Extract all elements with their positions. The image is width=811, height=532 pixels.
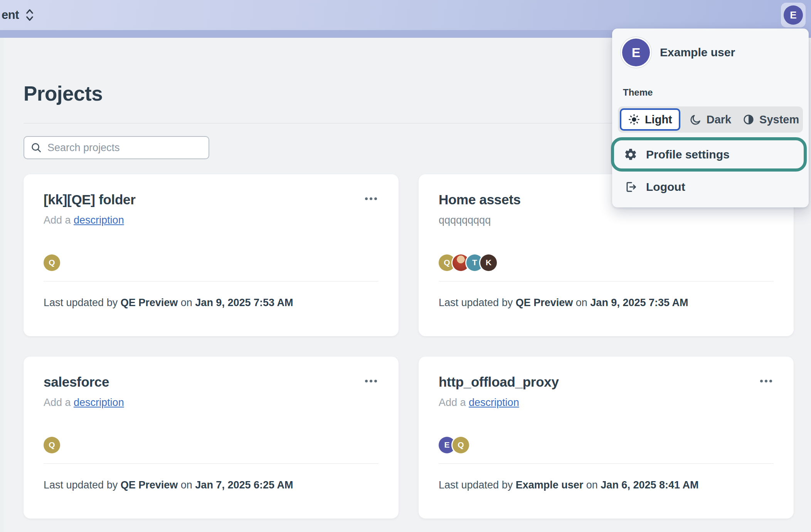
menu-item-label: Profile settings: [646, 148, 730, 161]
updated-by-user: QE Preview: [121, 297, 178, 308]
project-card[interactable]: http_offload_proxy Add a description E Q…: [419, 357, 794, 519]
member-avatars: Q: [44, 254, 379, 271]
add-description-link[interactable]: description: [74, 214, 124, 226]
theme-option-dark[interactable]: Dark: [680, 108, 741, 131]
project-description: Add a description: [44, 214, 379, 226]
theme-option-label: System: [759, 113, 799, 126]
card-divider: [439, 463, 774, 464]
theme-option-light[interactable]: Light: [620, 108, 680, 131]
updated-datetime: Jan 7, 2025 6:25 AM: [195, 479, 293, 491]
menu-item-label: Logout: [646, 180, 685, 194]
add-description-link[interactable]: description: [469, 397, 519, 408]
moon-icon: [690, 113, 702, 126]
gear-icon: [624, 148, 638, 162]
last-updated-text: Last updated by QE Preview on Jan 7, 202…: [44, 479, 379, 491]
updated-by-user: QE Preview: [516, 297, 573, 308]
project-title[interactable]: http_offload_proxy: [439, 374, 559, 390]
search-box[interactable]: [24, 136, 209, 159]
sun-icon: [628, 113, 640, 126]
updated-by-user: Example user: [516, 479, 584, 491]
avatar: Q: [44, 254, 60, 271]
avatar: E: [622, 39, 650, 66]
user-name: Example user: [660, 46, 735, 59]
card-divider: [44, 463, 379, 464]
updated-by-user: QE Preview: [121, 479, 178, 491]
project-title[interactable]: salesforce: [44, 374, 109, 390]
avatar: Q: [453, 437, 469, 453]
avatar: E: [784, 5, 803, 25]
logout-icon: [624, 180, 638, 194]
menu-items: Profile settings Logout: [612, 142, 809, 200]
project-description: Add a description: [44, 397, 379, 409]
card-divider: [44, 281, 379, 281]
card-divider: [439, 281, 774, 281]
page-title: Projects: [24, 82, 103, 105]
more-menu-button[interactable]: [363, 192, 379, 205]
updated-datetime: Jan 9, 2025 7:53 AM: [195, 297, 293, 308]
member-avatars: E Q: [439, 436, 774, 453]
project-title[interactable]: Home assets: [439, 192, 521, 207]
workspace-switcher-label: ent: [2, 8, 19, 22]
sidebar-edge: [0, 38, 4, 532]
last-updated-text: Last updated by QE Preview on Jan 9, 202…: [439, 297, 774, 309]
theme-section-label: Theme: [623, 87, 798, 98]
logout-menu-item[interactable]: Logout: [612, 174, 809, 200]
member-avatars: Q: [44, 436, 379, 453]
search-input[interactable]: [47, 142, 202, 154]
description-prefix: Add a: [44, 397, 71, 408]
avatar: K: [480, 254, 497, 271]
theme-option-system[interactable]: System: [740, 108, 801, 131]
updated-datetime: Jan 6, 2025 8:41 AM: [601, 479, 698, 491]
user-info-row: E Example user: [612, 37, 809, 68]
description-prefix: Add a: [44, 214, 71, 226]
last-updated-text: Last updated by Example user on Jan 6, 2…: [439, 479, 774, 491]
project-card[interactable]: [kk][QE] folder Add a description Q Last…: [24, 174, 399, 336]
updated-datetime: Jan 9, 2025 7:35 AM: [590, 297, 688, 308]
user-avatar-button[interactable]: E: [781, 3, 806, 27]
theme-option-label: Dark: [707, 113, 732, 126]
top-bar: ent E: [0, 0, 811, 30]
more-menu-button[interactable]: [759, 374, 774, 388]
projects-grid: [kk][QE] folder Add a description Q Last…: [24, 174, 794, 519]
more-menu-button[interactable]: [363, 374, 379, 388]
project-description: qqqqqqqqq: [439, 214, 774, 226]
search-icon: [30, 142, 42, 153]
user-dropdown-menu: E Example user Theme Light Da: [612, 29, 809, 207]
theme-option-label: Light: [645, 113, 672, 126]
chevron-up-down-icon: [25, 8, 35, 22]
description-prefix: Add a: [439, 397, 466, 408]
project-description: Add a description: [439, 397, 774, 409]
project-title[interactable]: [kk][QE] folder: [44, 192, 136, 207]
project-card[interactable]: salesforce Add a description Q Last upda…: [24, 357, 399, 519]
theme-segmented-control: Light Dark System: [618, 106, 803, 133]
profile-settings-menu-item[interactable]: Profile settings: [612, 142, 809, 167]
workspace-switcher[interactable]: ent: [2, 8, 35, 22]
description-text: qqqqqqqqq: [439, 214, 491, 226]
contrast-icon: [742, 113, 755, 126]
last-updated-text: Last updated by QE Preview on Jan 9, 202…: [44, 297, 379, 309]
member-avatars: Q T K: [439, 254, 774, 271]
add-description-link[interactable]: description: [74, 397, 124, 408]
avatar: Q: [44, 437, 60, 453]
